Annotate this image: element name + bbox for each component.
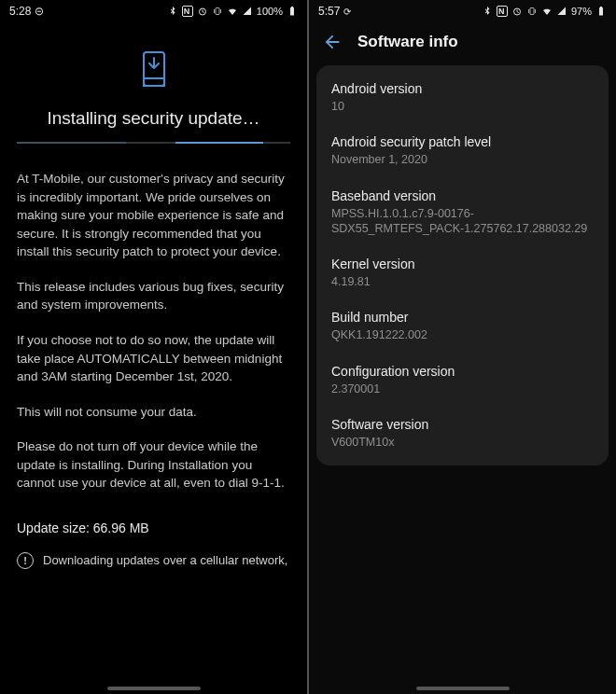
cellular-note: ! Downloading updates over a cellular ne… bbox=[17, 552, 290, 569]
nav-indicator[interactable] bbox=[416, 687, 510, 690]
back-icon[interactable] bbox=[322, 32, 343, 52]
signal-icon bbox=[556, 6, 567, 17]
svg-rect-2 bbox=[290, 7, 294, 16]
dnd-icon: ⊝ bbox=[35, 5, 44, 18]
svg-rect-9 bbox=[600, 7, 602, 7]
phone-right-software-info: 5:57 ⟳ N 97% Software info Android versi… bbox=[309, 0, 616, 694]
wifi-icon bbox=[227, 6, 238, 17]
row-build-number[interactable]: Build number QKK1.191222.002 bbox=[316, 299, 609, 353]
phone-left-update-screen: 5:28 ⊝ N 100% Installing security update… bbox=[0, 0, 307, 694]
software-info-content: Software info Android version 10 Android… bbox=[309, 22, 616, 681]
svg-rect-8 bbox=[599, 7, 603, 16]
row-config-version[interactable]: Configuration version 2.370001 bbox=[316, 354, 609, 407]
row-value: 2.370001 bbox=[331, 382, 594, 396]
progress-bar bbox=[17, 142, 290, 144]
row-label: Android security patch level bbox=[331, 134, 594, 149]
update-paragraph: This release includes various bug fixes,… bbox=[17, 278, 290, 314]
update-paragraph: At T-Mobile, our customer's privacy and … bbox=[17, 170, 290, 261]
battery-icon bbox=[287, 6, 298, 17]
appbar: Software info bbox=[309, 22, 616, 65]
status-right: N 97% bbox=[482, 6, 607, 17]
progress-segment bbox=[175, 142, 263, 144]
bluetooth-icon bbox=[482, 6, 493, 17]
wifi-icon bbox=[541, 6, 553, 17]
row-value: MPSS.HI.1.0.1.c7.9-00176-SDX55_RMTEFS_PA… bbox=[331, 206, 594, 237]
status-bar: 5:57 ⟳ N 97% bbox=[309, 0, 616, 22]
row-value: November 1, 2020 bbox=[331, 152, 594, 167]
status-right: N 100% bbox=[167, 6, 298, 17]
row-label: Baseband version bbox=[331, 188, 594, 203]
battery-percent: 97% bbox=[571, 6, 592, 17]
row-value: QKK1.191222.002 bbox=[331, 327, 594, 342]
row-label: Build number bbox=[331, 310, 594, 325]
battery-percent: 100% bbox=[257, 6, 283, 17]
bluetooth-icon bbox=[167, 6, 178, 17]
row-value: 10 bbox=[331, 99, 594, 114]
row-value: V600TM10x bbox=[331, 435, 594, 450]
svg-rect-1 bbox=[216, 8, 219, 15]
row-kernel[interactable]: Kernel version 4.19.81 bbox=[316, 246, 609, 299]
sync-icon: ⟳ bbox=[343, 7, 351, 17]
appbar-title: Software info bbox=[357, 33, 458, 51]
alarm-icon bbox=[511, 6, 523, 17]
vibrate-icon bbox=[526, 6, 538, 17]
update-paragraph: If you choose not to do so now, the upda… bbox=[17, 331, 290, 386]
status-left: 5:57 ⟳ bbox=[318, 5, 351, 18]
download-phone-icon bbox=[17, 50, 290, 88]
progress-segment bbox=[17, 142, 126, 144]
row-software-version[interactable]: Software version V600TM10x bbox=[316, 407, 609, 460]
status-left: 5:28 ⊝ bbox=[9, 5, 44, 18]
signal-icon bbox=[242, 6, 253, 17]
row-android-version[interactable]: Android version 10 bbox=[316, 71, 609, 124]
page-title: Installing security update… bbox=[17, 108, 290, 129]
alarm-icon bbox=[197, 6, 208, 17]
row-label: Kernel version bbox=[331, 257, 594, 271]
update-paragraph: Please do not turn off your device while… bbox=[17, 437, 290, 493]
update-size: Update size: 66.96 MB bbox=[17, 520, 290, 535]
row-label: Configuration version bbox=[331, 364, 594, 379]
status-time: 5:57 bbox=[318, 5, 340, 18]
row-baseband[interactable]: Baseband version MPSS.HI.1.0.1.c7.9-0017… bbox=[316, 178, 609, 247]
update-content: Installing security update… At T-Mobile,… bbox=[0, 22, 307, 681]
info-icon: ! bbox=[17, 552, 34, 569]
svg-rect-3 bbox=[291, 7, 293, 7]
status-bar: 5:28 ⊝ N 100% bbox=[0, 0, 307, 22]
software-info-panel: Android version 10 Android security patc… bbox=[316, 65, 609, 465]
status-time: 5:28 bbox=[9, 5, 31, 18]
nfc-icon: N bbox=[497, 6, 508, 17]
nfc-icon: N bbox=[182, 6, 193, 17]
update-description: At T-Mobile, our customer's privacy and … bbox=[17, 170, 290, 509]
svg-rect-7 bbox=[530, 8, 534, 15]
vibrate-icon bbox=[212, 6, 223, 17]
row-value: 4.19.81 bbox=[331, 274, 594, 289]
update-paragraph: This will not consume your data. bbox=[17, 403, 290, 422]
row-label: Android version bbox=[331, 81, 594, 96]
battery-icon bbox=[595, 6, 607, 17]
row-label: Software version bbox=[331, 417, 594, 432]
row-security-patch[interactable]: Android security patch level November 1,… bbox=[316, 124, 609, 177]
svg-rect-5 bbox=[144, 78, 164, 86]
cellular-note-text: Downloading updates over a cellular netw… bbox=[43, 553, 287, 567]
nav-indicator[interactable] bbox=[107, 687, 201, 690]
